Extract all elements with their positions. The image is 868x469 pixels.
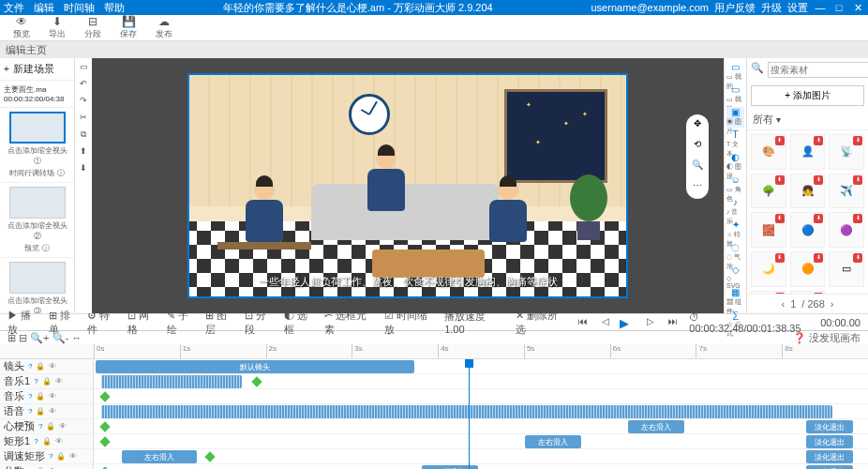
track-lane[interactable]: 左右滑入淡化退出 bbox=[94, 449, 868, 463]
track-lane[interactable]: 左右滑入淡化退出 bbox=[94, 419, 868, 433]
playhead[interactable] bbox=[469, 359, 470, 469]
track-lock-icon[interactable]: 🔒 bbox=[42, 377, 52, 386]
track-lock-icon[interactable]: 🔒 bbox=[46, 422, 55, 431]
track-lane[interactable] bbox=[94, 374, 868, 388]
toolbar-export[interactable]: ⬇导出 bbox=[41, 15, 73, 40]
track-lane[interactable]: 默认镜头 bbox=[94, 359, 868, 373]
timecode-input[interactable]: 00:00.00 bbox=[820, 317, 861, 328]
asset-item[interactable]: ▭⬇ bbox=[790, 291, 826, 294]
next-frame-button[interactable]: ⏭ bbox=[665, 316, 681, 329]
menu-edit[interactable]: 编辑 bbox=[34, 1, 54, 15]
step-back-button[interactable]: ◁ bbox=[597, 316, 614, 329]
pager-prev[interactable]: ‹ bbox=[782, 298, 786, 310]
asset-item[interactable]: ▭⬇ bbox=[829, 251, 864, 287]
track-lane[interactable]: 解压滑入淡化退出 bbox=[94, 464, 868, 469]
close-button[interactable]: ✕ bbox=[851, 2, 864, 14]
track-help-icon[interactable]: ? bbox=[28, 362, 32, 371]
toolbar-save[interactable]: 💾保存 bbox=[112, 15, 144, 40]
track-lock-icon[interactable]: 🔒 bbox=[36, 362, 45, 371]
tab-edit-main[interactable]: 编辑主页 bbox=[6, 43, 47, 57]
vtool-widget[interactable]: ▦▦ 组件 bbox=[726, 287, 744, 308]
asset-item[interactable]: ✈️⬇ bbox=[829, 174, 864, 209]
maximize-button[interactable]: □ bbox=[832, 2, 846, 13]
track-help-icon[interactable]: ? bbox=[28, 392, 32, 401]
vtool-effect[interactable]: ✦☼ 特效 bbox=[726, 219, 744, 240]
track-help-icon[interactable]: ? bbox=[34, 437, 37, 446]
track-lock-icon[interactable]: 🔒 bbox=[42, 437, 52, 446]
tool-more[interactable]: ⋯ bbox=[690, 180, 705, 195]
track-eye-icon[interactable]: 👁 bbox=[49, 407, 56, 416]
track-eye-icon[interactable]: 👁 bbox=[49, 392, 56, 401]
tool-cut[interactable]: ✂ bbox=[77, 113, 90, 126]
settings-link[interactable]: 设置 bbox=[787, 1, 808, 15]
step-fwd-button[interactable]: ▷ bbox=[642, 316, 659, 329]
scene-item-3[interactable]: 点击添加缩全视头③ bbox=[0, 258, 74, 313]
pager-next[interactable]: › bbox=[831, 298, 834, 310]
play-button[interactable]: ▶ bbox=[620, 316, 636, 329]
asset-item[interactable]: 👤⬇ bbox=[790, 134, 826, 170]
vtool-formula[interactable]: ∑☆ 公式 bbox=[726, 310, 744, 330]
vtool-bubble[interactable]: ◌◌ 气泡 bbox=[726, 242, 744, 263]
vtool-image[interactable]: ▣▣ 图片 bbox=[726, 107, 744, 128]
toolbar-preview[interactable]: 👁预览 bbox=[6, 15, 37, 40]
tool-move[interactable]: ✥ bbox=[690, 118, 705, 133]
vtool-shape[interactable]: ◐◐ 图形 bbox=[726, 152, 744, 173]
asset-item[interactable]: 🎨⬇ bbox=[751, 134, 786, 170]
tool-undo[interactable]: ↶ bbox=[77, 79, 90, 92]
feedback-link[interactable]: 用户反馈 bbox=[714, 1, 756, 15]
vtool-my1[interactable]: ▭▭ 我的 bbox=[726, 62, 744, 83]
track-eye-icon[interactable]: 👁 bbox=[59, 422, 67, 431]
track-help-icon[interactable]: ? bbox=[28, 407, 32, 416]
scene-item-2[interactable]: 点击添加缩全视头②预览 ⓘ bbox=[0, 183, 74, 258]
tool-copy[interactable]: ⧉ bbox=[77, 129, 90, 143]
vtool-svg[interactable]: ◇◇ SVG bbox=[726, 265, 744, 285]
track-lane[interactable] bbox=[94, 404, 868, 418]
tool-rotate[interactable]: ⟲ bbox=[690, 139, 705, 154]
vtool-role[interactable]: ☺▭ 角色 bbox=[726, 174, 744, 195]
vtool-text[interactable]: TT 文本 bbox=[726, 129, 744, 150]
track-eye-icon[interactable]: 👁 bbox=[55, 437, 63, 446]
asset-item[interactable]: 🔵⬇ bbox=[790, 212, 826, 248]
timeline-ruler[interactable]: 0s 1s 2s 3s 4s 5s 6s 7s 8s bbox=[0, 344, 868, 359]
tool-select[interactable]: ▭ bbox=[77, 62, 90, 75]
prev-frame-button[interactable]: ⏮ bbox=[575, 316, 591, 329]
asset-item[interactable]: ▭⬇ bbox=[751, 291, 786, 294]
vtool-music[interactable]: ♪♪ 音乐 bbox=[726, 197, 744, 218]
tool-redo[interactable]: ↷ bbox=[77, 96, 90, 109]
menu-help[interactable]: 帮助 bbox=[104, 1, 125, 15]
new-scene-button[interactable]: + 新建场景 bbox=[0, 58, 74, 81]
asset-item[interactable]: 🌙⬇ bbox=[751, 251, 786, 287]
upgrade-link[interactable]: 升级 bbox=[761, 1, 782, 15]
track-help-icon[interactable]: ? bbox=[49, 452, 52, 461]
track-help-icon[interactable]: ? bbox=[38, 422, 42, 431]
track-lock-icon[interactable]: 🔒 bbox=[36, 392, 45, 401]
asset-item[interactable]: 🌳⬇ bbox=[751, 174, 786, 209]
track-lock-icon[interactable]: 🔒 bbox=[36, 407, 45, 416]
category-all[interactable]: 所有 bbox=[753, 113, 773, 125]
track-lane[interactable]: 左右滑入淡化退出 bbox=[94, 434, 868, 448]
track-eye-icon[interactable]: 👁 bbox=[69, 452, 77, 461]
timeline-tools[interactable]: ⊞ ⊟ 🔍+ 🔍- ↔ bbox=[7, 332, 82, 344]
track-eye-icon[interactable]: 👁 bbox=[55, 377, 63, 386]
scene-item-1[interactable]: 点击添加缩全视头①时间行调转场 ⓘ bbox=[0, 108, 74, 183]
toolbar-publish[interactable]: ☁发布 bbox=[148, 15, 180, 40]
minimize-button[interactable]: — bbox=[814, 2, 827, 13]
tool-layer-down[interactable]: ⬇ bbox=[77, 163, 90, 176]
vtool-my2[interactable]: ▭▭ 我的 bbox=[726, 84, 744, 105]
toolbar-segment[interactable]: ⊟分段 bbox=[77, 15, 109, 40]
tool-layer-up[interactable]: ⬆ bbox=[77, 146, 90, 159]
track-help-icon[interactable]: ? bbox=[34, 377, 37, 386]
asset-item[interactable]: 👧⬇ bbox=[790, 174, 826, 209]
stage-canvas[interactable]: ✦ ✦ ✦ ✦ 一些年轻人超负荷工作、熬夜、饮食不规律引发胸闷、胸痛等症状 bbox=[187, 73, 628, 298]
asset-item[interactable]: 📡⬇ bbox=[829, 134, 864, 170]
search-input[interactable] bbox=[768, 62, 868, 78]
user-label[interactable]: username@example.com bbox=[591, 2, 710, 13]
tool-zoom[interactable]: 🔍 bbox=[690, 159, 705, 174]
menu-timeline[interactable]: 时间轴 bbox=[64, 1, 95, 15]
track-lock-icon[interactable]: 🔒 bbox=[56, 452, 66, 461]
track-lane[interactable] bbox=[94, 389, 868, 403]
track-eye-icon[interactable]: 👁 bbox=[49, 362, 56, 371]
menu-file[interactable]: 文件 bbox=[4, 1, 24, 15]
asset-item[interactable]: 🟠⬇ bbox=[790, 251, 826, 287]
add-image-button[interactable]: + 添加图片 bbox=[751, 85, 864, 106]
